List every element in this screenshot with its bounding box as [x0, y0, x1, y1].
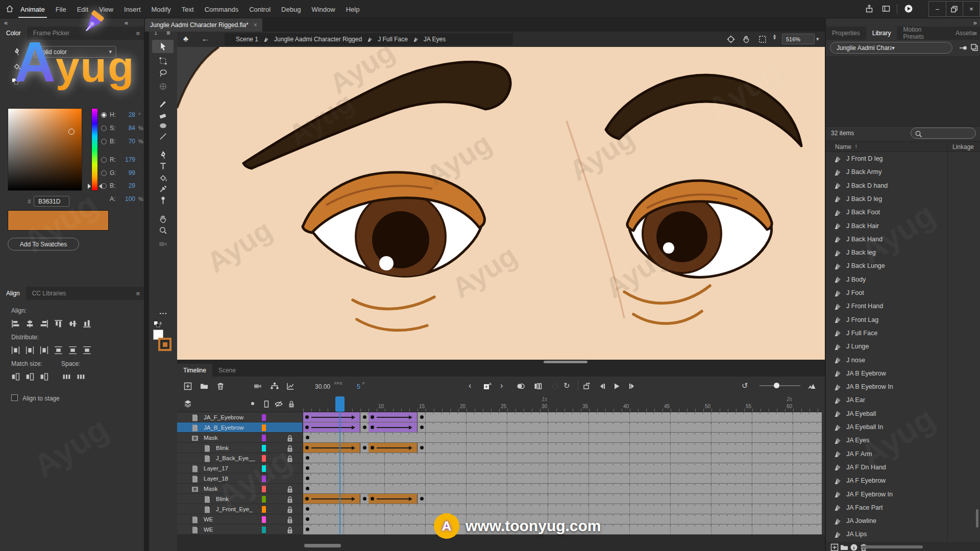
- play-icon[interactable]: [611, 381, 622, 391]
- back-icon[interactable]: ←: [202, 34, 209, 43]
- frame-row-JA_F_Eyebrow[interactable]: [303, 412, 822, 422]
- match-width-button[interactable]: [10, 371, 21, 382]
- text-tool[interactable]: [152, 159, 174, 172]
- visibility-column-icon[interactable]: [251, 402, 254, 405]
- breadcrumb-item-1[interactable]: Junglie Aadmi Character Rigged: [274, 36, 362, 43]
- info-icon[interactable]: [849, 543, 856, 550]
- menu-text[interactable]: Text: [182, 6, 194, 13]
- add-to-swatches-button[interactable]: Add To Swatches: [8, 238, 79, 251]
- library-item-JA-B-Eyebrow[interactable]: JA B Eyebrow: [826, 367, 980, 380]
- library-item-JA-F-Eyebrow-In[interactable]: JA F Eyebrow In: [826, 488, 980, 501]
- layer-row-JA_F_Eyebrow[interactable]: JA_F_Eyebrow: [177, 412, 302, 422]
- new-layer-icon[interactable]: [183, 381, 193, 391]
- radio-icon[interactable]: [101, 112, 107, 118]
- dist-h-right-button[interactable]: [39, 345, 50, 356]
- tab-frame-picker[interactable]: Frame Picker: [27, 27, 76, 40]
- library-item-J-Front-Lag[interactable]: J Front Lag: [826, 313, 980, 327]
- outline-color-chip[interactable]: [262, 516, 266, 523]
- insert-keyframe-icon[interactable]: A: [482, 381, 492, 391]
- match-height-button[interactable]: [24, 371, 35, 382]
- color-row-b2[interactable]: B:70%: [101, 137, 144, 146]
- timeline-zoom-slider[interactable]: [760, 385, 800, 386]
- radio-icon[interactable]: [101, 170, 107, 176]
- library-item-J-nose[interactable]: J nose: [826, 354, 980, 367]
- color-row-g4[interactable]: G:99: [101, 168, 144, 178]
- outline-color-chip[interactable]: [262, 455, 266, 462]
- library-item-J-Back-Army[interactable]: J Back Army: [826, 165, 980, 179]
- tab-cc-libraries[interactable]: CC Libraries: [26, 287, 72, 300]
- library-item-JA-Jowline[interactable]: JA Jowline: [826, 514, 980, 528]
- tab-library[interactable]: Library: [866, 27, 897, 40]
- edit-multiple-frames-icon[interactable]: [550, 381, 560, 391]
- lock-icon[interactable]: [285, 485, 293, 492]
- sort-up-icon[interactable]: ↑: [854, 143, 857, 150]
- fill-color-icon[interactable]: [12, 62, 21, 71]
- frame-row-Blink[interactable]: [303, 494, 822, 504]
- library-item-J-Back-leg[interactable]: J Back leg: [826, 246, 980, 259]
- library-item-J-Full-Face[interactable]: J Full Face: [826, 327, 980, 340]
- tween-span[interactable]: [369, 412, 418, 422]
- radio-icon[interactable]: [101, 157, 107, 163]
- share-icon[interactable]: [865, 4, 874, 13]
- layer-row-WE[interactable]: WE: [177, 514, 302, 524]
- expand-dock-icon[interactable]: »: [973, 19, 977, 26]
- lock-icon[interactable]: [285, 525, 293, 533]
- collapse-tools-icon[interactable]: «: [125, 19, 128, 26]
- lock-icon[interactable]: [285, 434, 293, 441]
- saturation-brightness-field[interactable]: [8, 108, 82, 191]
- library-item-JA-Eyeball[interactable]: JA Eyeball: [826, 407, 980, 420]
- restore-button[interactable]: [946, 2, 963, 16]
- library-vscroll-thumb[interactable]: [976, 509, 978, 528]
- library-item-J-Back-Foot[interactable]: J Back Foot: [826, 206, 980, 219]
- menu-insert[interactable]: Insert: [124, 6, 141, 13]
- align-left-button[interactable]: [10, 318, 21, 329]
- hue-strip[interactable]: [91, 108, 98, 191]
- library-item-JA-F-Dn-Hand[interactable]: JA F Dn Hand: [826, 461, 980, 474]
- close-button[interactable]: ×: [963, 2, 979, 16]
- frame-row-WE[interactable]: [303, 524, 822, 535]
- tab-timeline[interactable]: Timeline: [177, 364, 212, 377]
- library-document-select[interactable]: Junglie Aadmi Character Rigged.fla ▾: [830, 42, 952, 54]
- frame-row-Layer_17[interactable]: [303, 463, 822, 473]
- library-item-J-Back-Hand[interactable]: J Back Hand: [826, 233, 980, 246]
- swap-stroke-fill-icon[interactable]: [153, 320, 162, 330]
- tween-span[interactable]: [303, 494, 360, 504]
- align-bottom-button[interactable]: [82, 318, 92, 329]
- tab-close-icon[interactable]: ×: [254, 21, 257, 29]
- color-row-r3[interactable]: R:179: [101, 155, 144, 164]
- lock-icon[interactable]: [285, 444, 293, 452]
- library-item-JA-F-Eyebrow[interactable]: JA F Eyebrow: [826, 474, 980, 487]
- library-item-J-Back-Hair[interactable]: J Back Hair: [826, 219, 980, 233]
- graph-editor-icon[interactable]: [285, 381, 296, 391]
- outline-color-chip[interactable]: [262, 486, 266, 492]
- document-tab[interactable]: Junglie Aadmi Character Rigged.fla* ×: [145, 18, 262, 32]
- zoom-level-input[interactable]: 516%: [782, 34, 815, 44]
- breadcrumb-item-2[interactable]: J Full Face: [378, 36, 408, 43]
- dist-h-left-button[interactable]: [10, 345, 21, 356]
- timeline-zoom-knob[interactable]: [774, 383, 779, 388]
- layer-row-Layer_18[interactable]: Layer_18: [177, 473, 302, 484]
- color-row-a6[interactable]: A:100%: [101, 194, 144, 204]
- menu-file[interactable]: File: [56, 6, 66, 13]
- selection-tool[interactable]: [152, 40, 174, 53]
- hue-arrow-left[interactable]: [88, 184, 91, 189]
- stage-hscrollbar[interactable]: [177, 360, 825, 364]
- match-both-button[interactable]: [39, 371, 50, 382]
- stage-hscroll-thumb[interactable]: [544, 361, 587, 363]
- outline-color-chip[interactable]: [262, 414, 266, 421]
- layer-row-Blink[interactable]: Blink: [177, 443, 302, 453]
- menu-help[interactable]: Help: [346, 6, 360, 13]
- puppet-pin-tool[interactable]: [152, 193, 174, 207]
- outline-color-chip[interactable]: [262, 506, 266, 513]
- lasso-tool[interactable]: [152, 66, 174, 80]
- delete-layer-icon[interactable]: [215, 381, 226, 391]
- outline-color-chip[interactable]: [262, 465, 266, 472]
- fps-value[interactable]: 30.00: [315, 383, 330, 390]
- tab-motion-presets[interactable]: Motion Presets: [897, 27, 949, 40]
- align-center-button[interactable]: [24, 318, 35, 329]
- sb-marker[interactable]: [68, 129, 75, 135]
- panel-menu-icon[interactable]: ≡: [136, 30, 140, 37]
- library-item-JA-Ear[interactable]: JA Ear: [826, 393, 980, 407]
- new-symbol-icon[interactable]: [830, 543, 837, 550]
- insert-frame-icon[interactable]: [582, 381, 592, 391]
